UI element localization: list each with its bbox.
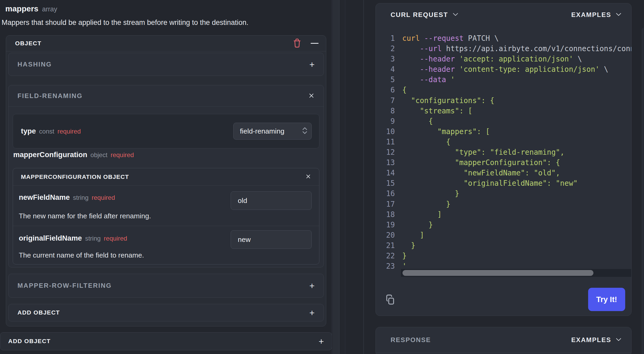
line-number: 19 xyxy=(376,220,395,230)
chevron-up-down-icon xyxy=(302,126,308,136)
property-description: The current name of the field to rename. xyxy=(19,251,144,259)
section-field-renaming: FIELD-RENAMING type const required fi xyxy=(8,85,324,267)
code-line: 4 --header 'content-type: application/js… xyxy=(376,64,631,74)
code-line: 21 } xyxy=(376,240,631,251)
code-text: "streams": [ xyxy=(402,107,472,115)
line-number: 10 xyxy=(376,126,395,137)
line-number: 14 xyxy=(376,168,395,178)
code-line: 7 "configurations": { xyxy=(376,95,631,106)
section-mapper-row-filtering-label: MAPPER-ROW-FILTERING xyxy=(17,282,112,289)
column-divider xyxy=(363,0,364,354)
code-text: { xyxy=(402,138,450,146)
code-text: "mapperConfiguration": { xyxy=(402,158,560,167)
curl-request-card: CURL REQUEST EXAMPLES 1curl --request PA… xyxy=(375,3,632,316)
type-select[interactable]: field-renaming xyxy=(233,123,312,140)
code-line: 6{ xyxy=(376,85,631,95)
response-examples-dropdown[interactable]: EXAMPLES xyxy=(571,336,621,344)
new-field-name-labels: newFieldName string required xyxy=(19,193,115,202)
field-renaming-label: FIELD-RENAMING xyxy=(17,92,83,100)
code-text: ] xyxy=(402,231,424,239)
collapse-object-button[interactable] xyxy=(311,43,319,44)
mapper-configuration-labels: mapperConfiguration object required xyxy=(13,151,134,161)
curl-examples-label: EXAMPLES xyxy=(571,11,611,19)
try-it-button[interactable]: Try It! xyxy=(588,288,625,311)
property-required-badge: required xyxy=(104,235,127,242)
line-number: 7 xyxy=(376,95,395,106)
code-line: 19 } xyxy=(376,220,631,230)
code-text: --url https://api.airbyte.com/v1/connect… xyxy=(402,44,631,53)
mapper-configuration-card: MAPPERCONFIGURATION OBJECT newFieldName … xyxy=(13,168,319,264)
code-text: --header 'accept: application/json' \ xyxy=(402,55,582,63)
chevron-down-icon xyxy=(616,338,621,342)
property-required-badge: required xyxy=(111,151,134,159)
code-line: 1curl --request PATCH \ xyxy=(376,33,631,43)
field-heading: mappers array xyxy=(5,4,57,13)
code-line: 9 { xyxy=(376,116,631,126)
code-text: "newFieldName": "old", xyxy=(402,169,560,177)
curl-request-dropdown[interactable]: CURL REQUEST xyxy=(391,11,458,19)
code-text: } xyxy=(402,189,459,198)
property-required-badge: required xyxy=(57,128,81,135)
curl-request-header: CURL REQUEST EXAMPLES xyxy=(376,3,631,26)
close-mapper-configuration-button[interactable] xyxy=(305,174,311,180)
field-type-badge: array xyxy=(42,5,57,13)
code-line: 22} xyxy=(376,251,631,261)
code-line: 20 ] xyxy=(376,230,631,240)
new-field-name-input[interactable] xyxy=(231,191,312,210)
code-line: 5 --data ' xyxy=(376,74,631,85)
property-name: type xyxy=(21,127,36,135)
original-field-name-row: originalFieldName string required The cu… xyxy=(13,226,319,264)
original-field-name-input[interactable] xyxy=(231,230,312,249)
code-text: "type": "field-renaming", xyxy=(402,148,565,156)
trash-icon xyxy=(293,38,302,49)
vertical-scrollbar-gutter[interactable] xyxy=(332,0,345,354)
response-title: RESPONSE xyxy=(391,336,431,344)
code-text: "configurations": { xyxy=(402,96,494,105)
code-line: 8 "streams": [ xyxy=(376,106,631,116)
code-text: "mappers": [ xyxy=(402,127,490,136)
code-text: } xyxy=(402,220,433,229)
property-kind: const xyxy=(39,128,54,135)
add-object-inner-label: ADD OBJECT xyxy=(17,309,60,316)
line-number: 23 xyxy=(376,261,395,271)
response-card: RESPONSE EXAMPLES xyxy=(375,327,632,354)
copy-code-button[interactable] xyxy=(385,294,395,306)
code-line: 12 "type": "field-renaming", xyxy=(376,147,631,157)
code-text: "originalFieldName": "new" xyxy=(402,179,578,187)
delete-object-button[interactable] xyxy=(293,38,302,49)
line-number: 8 xyxy=(376,106,395,116)
property-description: The new name for the field after renamin… xyxy=(19,212,151,220)
code-line: 15 "originalFieldName": "new" xyxy=(376,178,631,188)
add-object-outer-button[interactable]: ADD OBJECT + xyxy=(0,332,332,350)
vertical-scrollbar-thumb[interactable] xyxy=(333,0,339,354)
line-number: 13 xyxy=(376,157,395,168)
line-number: 12 xyxy=(376,147,395,157)
code-horizontal-scrollbar-thumb[interactable] xyxy=(402,270,593,276)
close-field-renaming-button[interactable] xyxy=(308,92,315,100)
code-text: } xyxy=(402,251,407,260)
code-line: 10 "mappers": [ xyxy=(376,126,631,137)
code-line: 11 { xyxy=(376,137,631,147)
section-hashing[interactable]: HASHING + xyxy=(8,53,324,76)
line-number: 20 xyxy=(376,230,395,240)
right-edge-panel-sliver xyxy=(642,28,644,354)
add-object-inner-button[interactable]: ADD OBJECT + xyxy=(8,304,324,321)
code-line: 13 "mapperConfiguration": { xyxy=(376,157,631,168)
field-renaming-header: FIELD-RENAMING xyxy=(8,85,324,107)
plus-icon: + xyxy=(309,60,315,69)
line-number: 9 xyxy=(376,116,395,126)
mapper-configuration-header: MAPPERCONFIGURATION OBJECT xyxy=(13,168,319,186)
code-line: 18 ] xyxy=(376,209,631,220)
curl-examples-dropdown[interactable]: EXAMPLES xyxy=(571,11,621,19)
original-field-name-labels: originalFieldName string required xyxy=(19,234,127,242)
code-text: curl --request PATCH \ xyxy=(402,34,499,42)
code-horizontal-scrollbar[interactable] xyxy=(401,269,631,277)
code-text: { xyxy=(402,86,407,94)
property-kind: string xyxy=(73,194,89,201)
line-number: 2 xyxy=(376,43,395,54)
section-mapper-row-filtering[interactable]: MAPPER-ROW-FILTERING + xyxy=(8,274,324,298)
property-name: originalFieldName xyxy=(19,234,82,242)
line-number: 4 xyxy=(376,64,395,74)
line-number: 18 xyxy=(376,209,395,220)
line-number: 22 xyxy=(376,251,395,261)
